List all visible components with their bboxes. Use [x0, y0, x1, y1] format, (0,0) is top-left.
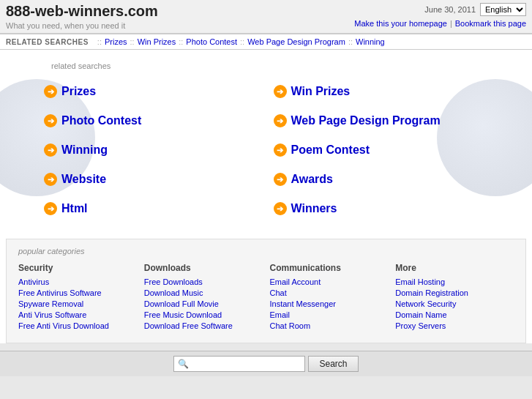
- related-link-awards[interactable]: Awards: [291, 173, 334, 186]
- related-link-winners[interactable]: Winners: [291, 202, 337, 215]
- cat-link-download-music[interactable]: Download Music: [144, 288, 263, 297]
- top-bar: 888-web-winners.com What you need, when …: [0, 0, 532, 34]
- nav-link-photocontest[interactable]: Photo Contest: [186, 37, 237, 46]
- cat-link-network-security[interactable]: Network Security: [395, 299, 514, 308]
- category-more: More Email Hosting Domain Registration N…: [395, 263, 514, 332]
- related-item-html: ➔ Html: [44, 198, 259, 220]
- arrow-icon-winprizes: ➔: [274, 85, 287, 98]
- popular-section: popular categories Security Antivirus Fr…: [6, 239, 526, 343]
- nav-link-prizes[interactable]: Prizes: [105, 37, 127, 46]
- arrow-icon-prizes: ➔: [44, 85, 57, 98]
- category-header-more: More: [395, 263, 514, 273]
- related-link-prizes[interactable]: Prizes: [61, 85, 96, 98]
- arrow-icon-winning: ➔: [44, 143, 57, 157]
- categories-grid: Security Antivirus Free Antivirus Softwa…: [18, 263, 514, 332]
- nav-label: RELATED SEARCHES: [6, 38, 89, 46]
- arrow-icon-photocontest: ➔: [44, 114, 57, 127]
- arrow-icon-html: ➔: [44, 202, 57, 215]
- cat-link-email[interactable]: Email: [270, 310, 389, 319]
- related-item-website: ➔ Website: [44, 168, 259, 190]
- related-item-winprizes: ➔ Win Prizes: [274, 81, 489, 102]
- search-input-wrap: 🔍: [173, 356, 305, 372]
- cat-link-free-downloads[interactable]: Free Downloads: [144, 277, 263, 286]
- related-item-prizes: ➔ Prizes: [44, 81, 259, 102]
- bookmark-link[interactable]: Bookmark this page: [455, 19, 526, 28]
- related-item-photocontest: ➔ Photo Contest: [44, 110, 259, 132]
- nav-sep-4: ::: [240, 37, 244, 46]
- cat-link-domain-name[interactable]: Domain Name: [395, 310, 514, 319]
- search-icon: 🔍: [178, 359, 189, 369]
- cat-link-free-music-download[interactable]: Free Music Download: [144, 310, 263, 319]
- top-links: Make this your homepage | Bookmark this …: [354, 19, 526, 28]
- related-link-poemcontest[interactable]: Poem Contest: [291, 143, 370, 157]
- cat-link-download-full-movie[interactable]: Download Full Movie: [144, 299, 263, 308]
- related-link-website[interactable]: Website: [61, 173, 106, 186]
- related-grid: ➔ Prizes ➔ Win Prizes ➔ Photo Contest ➔ …: [44, 81, 488, 220]
- nav-link-webpagedesign[interactable]: Web Page Design Program: [247, 37, 345, 46]
- cat-link-proxy-servers[interactable]: Proxy Servers: [395, 321, 514, 330]
- nav-sep-5: ::: [348, 37, 353, 46]
- arrow-icon-webpagedesign: ➔: [274, 114, 287, 127]
- cat-link-domain-registration[interactable]: Domain Registration: [395, 288, 514, 297]
- popular-categories-title: popular categories: [18, 247, 514, 256]
- site-tagline: What you need, when you need it: [6, 21, 158, 30]
- site-title-block: 888-web-winners.com What you need, when …: [6, 3, 158, 30]
- cat-link-email-hosting[interactable]: Email Hosting: [395, 277, 514, 286]
- nav-sep-2: ::: [130, 37, 135, 46]
- search-input[interactable]: [173, 356, 305, 372]
- nav-link-winprizes[interactable]: Win Prizes: [138, 37, 176, 46]
- related-item-poemcontest: ➔ Poem Contest: [274, 139, 489, 161]
- top-right: June 30, 2011 English Make this your hom…: [354, 3, 526, 28]
- nav-sep-1: ::: [97, 37, 102, 46]
- cat-link-instant-messenger[interactable]: Instant Messenger: [270, 299, 389, 308]
- related-link-winprizes[interactable]: Win Prizes: [291, 85, 351, 98]
- date-lang-row: June 30, 2011 English: [354, 3, 526, 16]
- date-text: June 30, 2011: [424, 5, 476, 14]
- cat-link-antivirus-software[interactable]: Anti Virus Software: [18, 310, 137, 319]
- cat-link-email-account[interactable]: Email Account: [270, 277, 389, 286]
- related-link-webpagedesign[interactable]: Web Page Design Program: [291, 114, 441, 127]
- cat-link-antivirus[interactable]: Antivirus: [18, 277, 137, 286]
- nav-bar: RELATED SEARCHES :: Prizes :: Win Prizes…: [0, 34, 532, 50]
- category-header-communications: Communications: [270, 263, 389, 273]
- category-communications: Communications Email Account Chat Instan…: [270, 263, 389, 332]
- arrow-icon-poemcontest: ➔: [274, 143, 287, 157]
- related-item-winners: ➔ Winners: [274, 198, 489, 220]
- main-content: related searches ➔ Prizes ➔ Win Prizes ➔…: [0, 50, 532, 343]
- bottom-bar: 🔍 Search: [0, 351, 532, 376]
- cat-link-free-anti-virus-download[interactable]: Free Anti Virus Download: [18, 321, 137, 330]
- separator: |: [450, 19, 452, 28]
- site-title: 888-web-winners.com: [6, 3, 158, 20]
- nav-sep-3: ::: [179, 37, 183, 46]
- search-button[interactable]: Search: [308, 356, 358, 372]
- related-item-webpagedesign: ➔ Web Page Design Program: [274, 110, 489, 132]
- homepage-link[interactable]: Make this your homepage: [354, 19, 447, 28]
- arrow-icon-website: ➔: [44, 173, 57, 186]
- category-security: Security Antivirus Free Antivirus Softwa…: [18, 263, 137, 332]
- nav-link-winning[interactable]: Winning: [356, 37, 385, 46]
- related-section: related searches ➔ Prizes ➔ Win Prizes ➔…: [0, 50, 532, 231]
- cat-link-spyware[interactable]: Spyware Removal: [18, 299, 137, 308]
- category-header-downloads: Downloads: [144, 263, 263, 273]
- language-select[interactable]: English: [480, 3, 526, 16]
- category-downloads: Downloads Free Downloads Download Music …: [144, 263, 263, 332]
- arrow-icon-winners: ➔: [274, 202, 287, 215]
- category-header-security: Security: [18, 263, 137, 273]
- cat-link-free-antivirus[interactable]: Free Antivirus Software: [18, 288, 137, 297]
- related-link-html[interactable]: Html: [61, 202, 88, 215]
- cat-link-chat-room[interactable]: Chat Room: [270, 321, 389, 330]
- related-item-winning: ➔ Winning: [44, 139, 259, 161]
- arrow-icon-awards: ➔: [274, 173, 287, 186]
- cat-link-download-free-software[interactable]: Download Free Software: [144, 321, 263, 330]
- related-item-awards: ➔ Awards: [274, 168, 489, 190]
- related-link-winning[interactable]: Winning: [61, 143, 108, 157]
- related-link-photocontest[interactable]: Photo Contest: [61, 114, 141, 127]
- related-searches-title: related searches: [51, 61, 488, 70]
- cat-link-chat[interactable]: Chat: [270, 288, 389, 297]
